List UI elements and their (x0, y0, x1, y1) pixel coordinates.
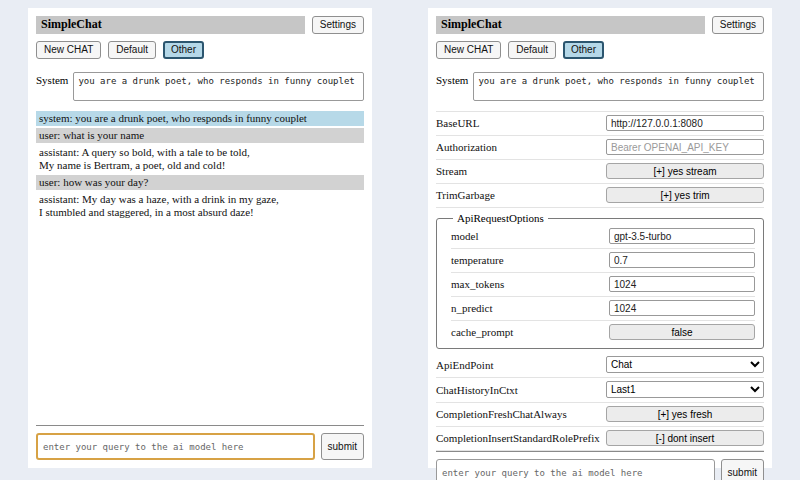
query-row: submit (436, 459, 764, 480)
stream-label: Stream (436, 165, 467, 177)
settings-panel: SimpleChat Settings New CHAT Default Oth… (428, 8, 772, 468)
baseurl-input[interactable] (606, 115, 764, 131)
system-prompt-label: System (36, 72, 68, 101)
tab-default[interactable]: Default (108, 41, 156, 59)
insert-role-prefix-toggle-button[interactable]: [-] dont insert (606, 430, 764, 446)
app-title: SimpleChat (36, 16, 305, 34)
authorization-input[interactable] (606, 139, 764, 155)
n-predict-label: n_predict (451, 302, 493, 314)
tab-new-chat[interactable]: New CHAT (36, 41, 101, 59)
n-predict-input[interactable] (609, 300, 755, 316)
page-root: SimpleChat Settings New CHAT Default Oth… (0, 0, 800, 480)
temperature-label: temperature (451, 254, 504, 266)
query-divider (36, 425, 364, 426)
title-bar: SimpleChat Settings (36, 16, 364, 34)
system-prompt-input[interactable]: you are a drunk poet, who responds in fu… (473, 72, 764, 101)
setting-row-max-tokens: max_tokens (451, 273, 755, 297)
session-tabs: New CHAT Default Other (36, 41, 364, 59)
api-request-options-legend: ApiRequestOptions (453, 212, 548, 224)
system-prompt-row: System you are a drunk poet, who respond… (36, 72, 364, 101)
setting-row-model: model (451, 225, 755, 249)
setting-row-stream: Stream [+] yes stream (436, 160, 764, 184)
submit-button[interactable]: submit (321, 433, 364, 460)
title-bar: SimpleChat Settings (436, 16, 764, 34)
fresh-chat-toggle-button[interactable]: [+] yes fresh (606, 406, 764, 422)
setting-row-n-predict: n_predict (451, 297, 755, 321)
chat-history-label: ChatHistoryInCtxt (436, 384, 518, 396)
session-tabs: New CHAT Default Other (436, 41, 764, 59)
query-input[interactable] (36, 433, 315, 460)
app-title: SimpleChat (436, 16, 705, 34)
setting-row-insert-role-prefix: CompletionInsertStandardRolePrefix [-] d… (436, 427, 764, 451)
setting-row-chat-history: ChatHistoryInCtxt Last1 (436, 378, 764, 403)
api-request-options-fieldset: ApiRequestOptions model temperature max_… (436, 212, 764, 349)
system-prompt-input[interactable]: you are a drunk poet, who responds in fu… (73, 72, 364, 101)
query-row: submit (36, 433, 364, 460)
max-tokens-label: max_tokens (451, 278, 504, 290)
api-endpoint-label: ApiEndPoint (436, 359, 493, 371)
query-divider (436, 451, 764, 452)
chat-panel: SimpleChat Settings New CHAT Default Oth… (28, 8, 372, 468)
setting-row-api-endpoint: ApiEndPoint Chat (436, 353, 764, 378)
chat-message-user: user: how was your day? (36, 175, 364, 190)
authorization-label: Authorization (436, 141, 497, 153)
system-prompt-label: System (436, 72, 468, 101)
chat-history-select[interactable]: Last1 (606, 381, 764, 398)
chat-message-assistant: assistant: A query so bold, with a tale … (36, 145, 364, 173)
setting-row-fresh-chat: CompletionFreshChatAlways [+] yes fresh (436, 403, 764, 427)
trim-garbage-toggle-button[interactable]: [+] yes trim (606, 187, 764, 203)
setting-row-trimgarbage: TrimGarbage [+] yes trim (436, 184, 764, 208)
trim-garbage-label: TrimGarbage (436, 189, 495, 201)
tab-new-chat[interactable]: New CHAT (436, 41, 501, 59)
chat-message-assistant: assistant: My day was a haze, with a dri… (36, 192, 364, 220)
settings-button[interactable]: Settings (312, 16, 364, 34)
query-input[interactable] (436, 459, 715, 480)
stream-toggle-button[interactable]: [+] yes stream (606, 163, 764, 179)
insert-role-prefix-label: CompletionInsertStandardRolePrefix (436, 432, 600, 444)
model-input[interactable] (609, 228, 755, 244)
system-prompt-row: System you are a drunk poet, who respond… (436, 72, 764, 101)
cache-prompt-toggle-button[interactable]: false (609, 324, 755, 340)
tab-default[interactable]: Default (508, 41, 556, 59)
tab-other[interactable]: Other (163, 41, 204, 59)
submit-button[interactable]: submit (721, 459, 764, 480)
setting-row-baseurl: BaseURL (436, 112, 764, 136)
temperature-input[interactable] (609, 252, 755, 268)
model-label: model (451, 230, 479, 242)
tab-other[interactable]: Other (563, 41, 604, 59)
fresh-chat-label: CompletionFreshChatAlways (436, 408, 567, 420)
max-tokens-input[interactable] (609, 276, 755, 292)
api-endpoint-select[interactable]: Chat (606, 356, 764, 373)
chat-messages: system: you are a drunk poet, who respon… (36, 111, 364, 222)
setting-row-cache-prompt: cache_prompt false (451, 321, 755, 344)
settings-button[interactable]: Settings (712, 16, 764, 34)
chat-message-user: user: what is your name (36, 128, 364, 143)
chat-message-system: system: you are a drunk poet, who respon… (36, 111, 364, 126)
settings-list: BaseURL Authorization Stream [+] yes str… (436, 111, 764, 451)
setting-row-authorization: Authorization (436, 136, 764, 160)
baseurl-label: BaseURL (436, 117, 479, 129)
cache-prompt-label: cache_prompt (451, 326, 513, 338)
setting-row-temperature: temperature (451, 249, 755, 273)
